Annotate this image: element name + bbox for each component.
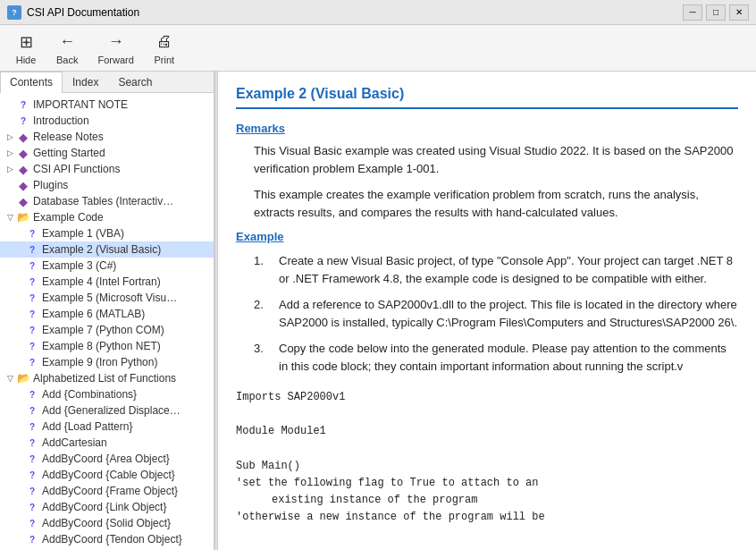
code-line-5: Sub Main() bbox=[236, 458, 738, 475]
tab-index[interactable]: Index bbox=[63, 72, 108, 92]
tree-item-release-notes[interactable]: ▷ ◆ Release Notes bbox=[0, 129, 214, 145]
code-block: Imports SAP2000v1 Module Module1 Sub Mai… bbox=[236, 384, 738, 532]
content-para-2: This example creates the example verific… bbox=[236, 186, 738, 221]
diamond-icon: ◆ bbox=[16, 178, 30, 192]
diamond-icon: ◆ bbox=[16, 162, 30, 176]
question-icon: ? bbox=[25, 275, 39, 289]
expander-expanded[interactable]: ▽ bbox=[4, 372, 16, 385]
code-line-2 bbox=[236, 406, 738, 423]
expander-expanded[interactable]: ▽ bbox=[4, 211, 16, 224]
question-icon: ? bbox=[25, 516, 39, 530]
tree-item-example7-python-com[interactable]: ? Example 7 (Python COM) bbox=[0, 322, 214, 338]
tree-item-addbycoord-solid[interactable]: ? AddByCoord {Solid Object} bbox=[0, 515, 214, 531]
tree-item-add-combinations[interactable]: ? Add {Combinations} bbox=[0, 386, 214, 402]
expander-empty bbox=[13, 243, 25, 256]
tree-item-addbycoord-link[interactable]: ? AddByCoord {Link Object} bbox=[0, 499, 214, 515]
tree-item-example4-fortran[interactable]: ? Example 4 (Intel Fortran) bbox=[0, 274, 214, 290]
expander-empty bbox=[13, 469, 25, 481]
tree-item-alpha-list[interactable]: ▽ 📂 Alphabetized List of Functions bbox=[0, 370, 214, 386]
question-icon: ? bbox=[25, 258, 39, 273]
content-title: Example 2 (Visual Basic) bbox=[236, 86, 738, 109]
tree-item-addbycoord-area[interactable]: ? AddByCoord {Area Object} bbox=[0, 451, 214, 467]
expander-empty bbox=[13, 485, 25, 497]
minimize-button[interactable]: ─ bbox=[683, 4, 702, 21]
tree-label: Example 7 (Python COM) bbox=[42, 324, 164, 336]
tab-bar: Contents Index Search bbox=[0, 72, 214, 93]
code-line-6: 'set the following flag to True to attac… bbox=[236, 475, 738, 492]
expander-empty bbox=[13, 388, 25, 401]
print-icon: 🖨 bbox=[154, 31, 175, 53]
tree-label: Example 2 (Visual Basic) bbox=[42, 243, 161, 256]
question-icon: ? bbox=[25, 500, 39, 514]
expander-empty bbox=[13, 501, 25, 513]
tree-item-addbycoord-frame[interactable]: ? AddByCoord {Frame Object} bbox=[0, 483, 214, 499]
hide-button[interactable]: ⊞ Hide bbox=[7, 27, 45, 70]
tree-label: Example Code bbox=[33, 211, 104, 224]
print-button[interactable]: 🖨 Print bbox=[146, 27, 183, 70]
tree-item-introduction[interactable]: ? Introduction bbox=[0, 113, 214, 129]
expander-empty bbox=[13, 420, 25, 433]
tree-label: Alphabetized List of Functions bbox=[33, 372, 176, 385]
expander-empty bbox=[13, 324, 25, 336]
tree-label: Example 6 (MATLAB) bbox=[42, 308, 145, 320]
expander-empty bbox=[4, 114, 16, 127]
tree-item-example2-vb[interactable]: ? Example 2 (Visual Basic) bbox=[0, 241, 214, 258]
step-num: 3. bbox=[254, 340, 272, 375]
close-button[interactable]: ✕ bbox=[729, 4, 749, 21]
question-icon: ? bbox=[25, 419, 39, 434]
tree-label: Example 8 (Python NET) bbox=[42, 340, 161, 352]
tree-label: Add {Load Pattern} bbox=[42, 420, 132, 433]
tree-label: AddCartesian bbox=[42, 436, 107, 449]
tree-item-addbycoord-cable[interactable]: ? AddByCoord {Cable Object} bbox=[0, 467, 214, 483]
tree-container: ? IMPORTANT NOTE ? Introduction ▷ ◆ Rele… bbox=[0, 93, 214, 550]
tree-item-example5-msvc[interactable]: ? Example 5 (Microsoft Visual C++… bbox=[0, 290, 214, 306]
forward-button[interactable]: → Forward bbox=[89, 27, 141, 70]
tree-label: IMPORTANT NOTE bbox=[33, 98, 128, 111]
tree-label: Release Notes bbox=[33, 131, 104, 143]
question-icon: ? bbox=[25, 387, 39, 402]
expander-empty bbox=[13, 227, 25, 240]
expander-empty bbox=[13, 292, 25, 304]
app-title: CSI API Documentation bbox=[27, 6, 139, 19]
tree-label: Example 9 (Iron Python) bbox=[42, 356, 157, 368]
expander-empty bbox=[13, 533, 25, 546]
tree-item-important-note[interactable]: ? IMPORTANT NOTE bbox=[0, 97, 214, 113]
code-line-1: Imports SAP2000v1 bbox=[236, 389, 738, 406]
question-icon: ? bbox=[25, 355, 39, 369]
tree-item-example8-python-net[interactable]: ? Example 8 (Python NET) bbox=[0, 338, 214, 354]
tree-item-addcartesian[interactable]: ? AddCartesian bbox=[0, 435, 214, 451]
tree-label: Example 4 (Intel Fortran) bbox=[42, 275, 161, 288]
tree-item-example3-csharp[interactable]: ? Example 3 (C#) bbox=[0, 258, 214, 274]
maximize-button[interactable]: □ bbox=[706, 4, 726, 21]
tab-contents[interactable]: Contents bbox=[0, 72, 63, 93]
tree-item-getting-started[interactable]: ▷ ◆ Getting Started bbox=[0, 145, 214, 161]
tree-item-addbycoord-tendon[interactable]: ? AddByCoord {Tendon Object} bbox=[0, 531, 214, 547]
remarks-heading: Remarks bbox=[236, 122, 738, 135]
tree-item-plugins[interactable]: ◆ Plugins bbox=[0, 177, 214, 193]
tree-label: Example 3 (C#) bbox=[42, 259, 116, 272]
tab-search[interactable]: Search bbox=[108, 72, 162, 92]
step-3: 3. Copy the code below into the generate… bbox=[254, 340, 738, 375]
step-1: 1. Create a new Visual Basic project, of… bbox=[254, 252, 738, 287]
question-icon: ? bbox=[16, 97, 30, 112]
tree-item-example9-iron-python[interactable]: ? Example 9 (Iron Python) bbox=[0, 354, 214, 370]
back-button[interactable]: ← Back bbox=[48, 27, 86, 70]
tree-label: AddByCoord {Solid Object} bbox=[42, 517, 171, 529]
tree-item-example1-vba[interactable]: ? Example 1 (VBA) bbox=[0, 225, 214, 241]
question-icon: ? bbox=[25, 468, 39, 482]
tree-item-example-code[interactable]: ▽ 📂 Example Code bbox=[0, 209, 214, 225]
tree-item-csi-api-functions[interactable]: ▷ ◆ CSI API Functions bbox=[0, 161, 214, 177]
step-text: Add a reference to SAP2000v1.dll to the … bbox=[279, 296, 738, 331]
tree-item-add-gen-disp[interactable]: ? Add {Generalized Displacement… bbox=[0, 402, 214, 419]
expander-collapsed[interactable]: ▷ bbox=[4, 147, 16, 159]
expander-collapsed[interactable]: ▷ bbox=[4, 131, 16, 143]
diamond-icon: ◆ bbox=[16, 130, 30, 144]
tree-item-example6-matlab[interactable]: ? Example 6 (MATLAB) bbox=[0, 306, 214, 322]
question-icon: ? bbox=[25, 291, 39, 305]
step-text: Create a new Visual Basic project, of ty… bbox=[279, 252, 738, 287]
tree-label: Getting Started bbox=[33, 147, 105, 159]
tree-item-add-load-pattern[interactable]: ? Add {Load Pattern} bbox=[0, 419, 214, 435]
code-line-3: Module Module1 bbox=[236, 423, 738, 440]
tree-item-database-tables[interactable]: ◆ Database Tables (Interactive Editin… bbox=[0, 193, 214, 209]
expander-collapsed[interactable]: ▷ bbox=[4, 163, 16, 175]
